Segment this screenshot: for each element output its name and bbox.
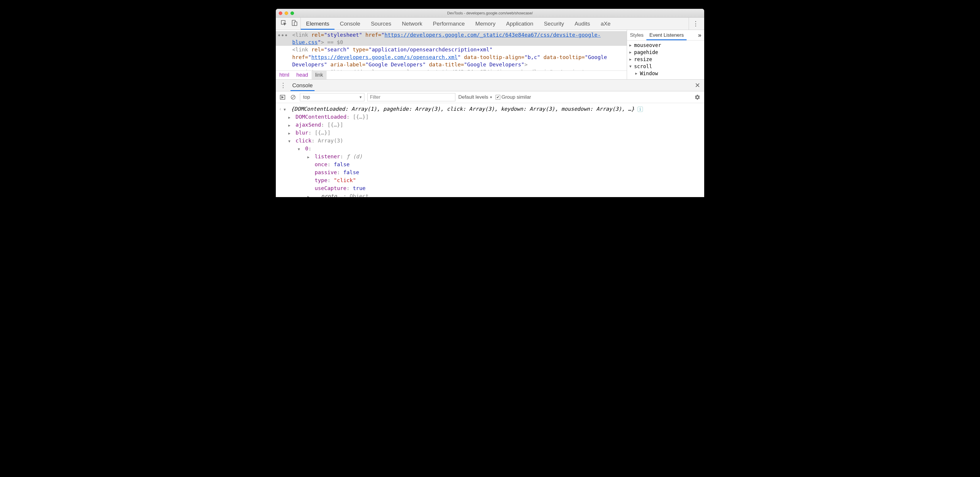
main-menu-icon[interactable]: ⋮ bbox=[689, 18, 702, 30]
disclosure-triangle-icon[interactable] bbox=[288, 115, 293, 120]
event-listener-item[interactable]: ▶resize bbox=[627, 56, 704, 63]
console-object-row[interactable]: useCapture: true bbox=[279, 184, 701, 192]
ellipsis-icon: ••• bbox=[278, 32, 288, 39]
disclosure-triangle-icon[interactable] bbox=[307, 194, 312, 197]
window-titlebar: DevTools - developers.google.com/web/sho… bbox=[276, 9, 704, 18]
tab-axe[interactable]: aXe bbox=[595, 18, 616, 30]
console-object-row[interactable]: 0: bbox=[279, 145, 701, 152]
drawer-menu-icon[interactable]: ⋮ bbox=[276, 81, 291, 89]
disclosure-triangle-icon[interactable] bbox=[298, 147, 302, 152]
sidebar-more-icon[interactable]: » bbox=[695, 32, 704, 38]
breadcrumb-item[interactable]: head bbox=[293, 71, 312, 79]
main-tab-strip: Elements Console Sources Network Perform… bbox=[276, 18, 704, 30]
devtools-window: DevTools - developers.google.com/web/sho… bbox=[276, 9, 704, 197]
device-toolbar-icon[interactable] bbox=[291, 20, 298, 28]
breadcrumb: html head link bbox=[276, 70, 627, 79]
console-object-row[interactable]: type: "click" bbox=[279, 176, 701, 184]
event-listeners-list: ▶mouseover ▶pagehide ▶resize ▼scroll ▶Wi… bbox=[627, 40, 704, 78]
dom-href-link[interactable]: https://developers.google.com/s/opensear… bbox=[311, 54, 458, 60]
group-similar-checkbox[interactable]: ✔ Group similar bbox=[496, 94, 531, 100]
dom-tree[interactable]: ••• <link rel="stylesheet" href="https:/… bbox=[276, 30, 627, 70]
dom-node-selected[interactable]: <link rel="stylesheet" href="https://dev… bbox=[276, 31, 627, 46]
disclosure-triangle-icon[interactable] bbox=[288, 131, 293, 136]
tab-console[interactable]: Console bbox=[334, 18, 366, 30]
window-title: DevTools - developers.google.com/web/sho… bbox=[276, 11, 704, 15]
console-object-row[interactable]: ajaxSend: [{…}] bbox=[279, 121, 701, 129]
back-arrow-icon: ‹ bbox=[279, 106, 284, 112]
console-object-row[interactable]: __proto__: Object bbox=[279, 192, 701, 197]
clear-console-icon[interactable] bbox=[289, 93, 297, 101]
svg-rect-2 bbox=[294, 22, 297, 26]
info-icon[interactable]: i bbox=[638, 107, 643, 112]
event-listener-item[interactable]: ▶pagehide bbox=[627, 49, 704, 56]
sidebar-panel: Styles Event Listeners » ▶mouseover ▶pag… bbox=[627, 30, 704, 79]
drawer-tab-console[interactable]: Console bbox=[291, 80, 315, 91]
context-selector[interactable]: top ▼ bbox=[300, 93, 364, 101]
tab-memory[interactable]: Memory bbox=[470, 18, 501, 30]
tab-elements[interactable]: Elements bbox=[301, 18, 334, 30]
event-listener-child[interactable]: ▶Window bbox=[627, 70, 704, 77]
checkbox-checked-icon: ✔ bbox=[496, 95, 500, 100]
console-object-row[interactable]: listener: ƒ (d) bbox=[279, 152, 701, 160]
dom-node-cutoff[interactable]: <script src="https://developers.google.c… bbox=[276, 68, 627, 70]
sidebar-tab-event-listeners[interactable]: Event Listeners bbox=[646, 30, 687, 40]
toolbar-icons bbox=[278, 18, 301, 30]
event-listener-item[interactable]: ▶mouseover bbox=[627, 42, 704, 49]
console-object-row[interactable]: click: Array(3) bbox=[279, 137, 701, 145]
console-filter-input[interactable] bbox=[368, 93, 455, 101]
event-listener-item[interactable]: ▼scroll bbox=[627, 63, 704, 70]
tab-audits[interactable]: Audits bbox=[569, 18, 595, 30]
tab-performance[interactable]: Performance bbox=[428, 18, 470, 30]
breadcrumb-item-active[interactable]: link bbox=[312, 71, 326, 79]
disclosure-triangle-icon[interactable] bbox=[307, 155, 312, 160]
dropdown-icon: ▼ bbox=[489, 96, 493, 99]
disclosure-triangle-icon[interactable] bbox=[288, 123, 293, 128]
sidebar-tab-styles[interactable]: Styles bbox=[627, 30, 646, 40]
sidebar-tabs: Styles Event Listeners » bbox=[627, 30, 704, 40]
dropdown-icon: ▼ bbox=[359, 95, 363, 99]
console-object-row[interactable]: blur: [{…}] bbox=[279, 129, 701, 137]
console-object-row[interactable]: passive: false bbox=[279, 168, 701, 176]
log-levels-selector[interactable]: Default levels ▼ bbox=[458, 94, 493, 100]
inspect-element-icon[interactable] bbox=[280, 20, 287, 28]
tab-sources[interactable]: Sources bbox=[366, 18, 397, 30]
disclosure-triangle-icon[interactable] bbox=[288, 139, 293, 144]
svg-line-5 bbox=[292, 96, 294, 99]
console-drawer-header: ⋮ Console ✕ bbox=[276, 80, 704, 91]
console-object-summary[interactable]: {DOMContentLoaded: Array(1), pagehide: A… bbox=[291, 106, 634, 112]
drawer-close-icon[interactable]: ✕ bbox=[691, 81, 704, 89]
tab-security[interactable]: Security bbox=[539, 18, 570, 30]
dom-node[interactable]: <link rel="search" type="application/ope… bbox=[276, 46, 627, 68]
console-object-row[interactable]: once: false bbox=[279, 160, 701, 168]
tab-application[interactable]: Application bbox=[501, 18, 539, 30]
console-output[interactable]: ‹ {DOMContentLoaded: Array(1), pagehide:… bbox=[276, 103, 704, 197]
console-object-row[interactable]: DOMContentLoaded: [{…}] bbox=[279, 113, 701, 121]
execution-scope-icon[interactable] bbox=[279, 93, 286, 101]
breadcrumb-item[interactable]: html bbox=[276, 71, 293, 79]
disclosure-triangle-icon[interactable] bbox=[284, 107, 288, 112]
console-toolbar: top ▼ Default levels ▼ ✔ Group similar bbox=[276, 91, 704, 103]
console-settings-icon[interactable] bbox=[694, 93, 701, 101]
tab-network[interactable]: Network bbox=[397, 18, 428, 30]
